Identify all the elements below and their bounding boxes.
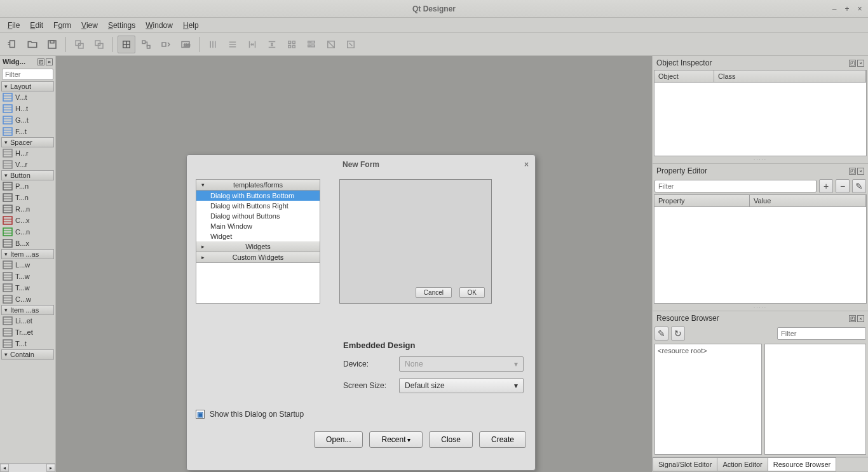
widget-group-header[interactable]: ▾Contain: [1, 349, 54, 360]
recent-button[interactable]: Recent: [369, 431, 423, 448]
undock-icon[interactable]: ◰: [849, 60, 856, 67]
undock-icon[interactable]: ◰: [37, 58, 44, 65]
widget-group-header[interactable]: ▾Item ...as: [1, 249, 54, 259]
template-item[interactable]: Dialog without Buttons: [196, 211, 320, 221]
template-item[interactable]: Dialog with Buttons Right: [196, 201, 320, 211]
menu-window[interactable]: Window: [146, 21, 173, 30]
adjust-size-icon[interactable]: [342, 36, 360, 53]
layout-form-icon[interactable]: [302, 36, 320, 53]
widget-item[interactable]: R...n: [0, 203, 55, 215]
property-editor-body[interactable]: [654, 207, 867, 304]
edit-signals-icon[interactable]: [137, 36, 155, 53]
layout-grid-icon[interactable]: [283, 36, 301, 53]
minimize-button[interactable]: –: [830, 4, 839, 13]
col-value[interactable]: Value: [750, 195, 866, 206]
widget-item[interactable]: T...t: [0, 338, 55, 349]
menu-view[interactable]: View: [81, 21, 98, 30]
widget-item[interactable]: C...w: [0, 293, 55, 305]
close-panel-icon[interactable]: ×: [857, 315, 864, 322]
resource-preview[interactable]: [764, 344, 867, 455]
edit-tab-order-icon[interactable]: 123: [177, 36, 194, 53]
undock-icon[interactable]: ◰: [849, 168, 856, 175]
menu-settings[interactable]: Settings: [108, 21, 135, 30]
widget-group-header[interactable]: ▾Layout: [1, 81, 54, 91]
property-filter-input[interactable]: [654, 180, 817, 192]
screen-size-combo[interactable]: Default size▾: [399, 378, 524, 393]
maximize-button[interactable]: +: [843, 4, 851, 13]
widgets-header[interactable]: ▸Widgets: [196, 241, 320, 252]
resize-grip[interactable]: ·····: [653, 304, 868, 311]
save-file-icon[interactable]: [43, 36, 61, 53]
tab-signal-slot[interactable]: Signal/Slot Editor: [653, 457, 717, 471]
widget-item[interactable]: P...n: [0, 180, 55, 192]
remove-property-icon[interactable]: −: [836, 179, 850, 193]
send-back-icon[interactable]: [71, 36, 88, 53]
widget-item[interactable]: T...w: [0, 282, 55, 293]
menu-file[interactable]: File: [8, 21, 20, 30]
show-on-startup-checkbox[interactable]: ▣: [196, 410, 205, 419]
widget-item[interactable]: H...t: [0, 103, 55, 114]
col-class[interactable]: Class: [714, 71, 866, 82]
widget-group-header[interactable]: ▾Spacer: [1, 137, 54, 147]
bring-front-icon[interactable]: [90, 36, 108, 53]
widget-item[interactable]: T...w: [0, 271, 55, 282]
widget-item[interactable]: B...x: [0, 238, 55, 249]
widget-group-header[interactable]: ▾Button: [1, 170, 54, 180]
object-inspector-body[interactable]: [654, 83, 867, 156]
undock-icon[interactable]: ◰: [849, 315, 856, 322]
template-list[interactable]: ▾templates/forms Dialog with Buttons Bot…: [196, 179, 320, 304]
open-file-icon[interactable]: [24, 36, 41, 53]
close-window-button[interactable]: ×: [855, 4, 864, 13]
widget-item[interactable]: V...t: [0, 91, 55, 103]
scroll-right-icon[interactable]: ▸: [46, 464, 55, 472]
resize-grip[interactable]: ·····: [653, 156, 868, 163]
template-item[interactable]: Widget: [196, 231, 320, 241]
widget-item[interactable]: T...n: [0, 192, 55, 203]
break-layout-icon[interactable]: [322, 36, 340, 53]
templates-forms-header[interactable]: ▾templates/forms: [196, 180, 320, 191]
scroll-left-icon[interactable]: ◂: [0, 464, 9, 472]
widget-filter-input[interactable]: [2, 69, 53, 80]
layout-horiz-splitter-icon[interactable]: [243, 36, 261, 53]
widget-item[interactable]: L...w: [0, 259, 55, 271]
menu-help[interactable]: Help: [183, 21, 199, 30]
configure-icon[interactable]: ✎: [852, 179, 866, 193]
close-panel-icon[interactable]: ×: [857, 60, 864, 67]
resource-tree[interactable]: <resource root>: [654, 344, 762, 455]
tab-action-editor[interactable]: Action Editor: [717, 457, 768, 471]
widget-tree[interactable]: ▾LayoutV...tH...tG...tF...t▾SpacerH...rV…: [0, 81, 55, 472]
widget-item[interactable]: Li...et: [0, 315, 55, 327]
new-file-icon[interactable]: [4, 36, 22, 53]
col-object[interactable]: Object: [654, 71, 714, 82]
widget-item[interactable]: C...x: [0, 215, 55, 226]
resource-filter-input[interactable]: [777, 327, 866, 340]
custom-widgets-header[interactable]: ▸Custom Widgets: [196, 252, 320, 263]
menu-form[interactable]: Form: [53, 21, 71, 30]
widget-item[interactable]: H...r: [0, 147, 55, 159]
add-property-icon[interactable]: +: [819, 179, 833, 193]
dialog-close-icon[interactable]: ×: [524, 160, 529, 169]
close-panel-icon[interactable]: ×: [46, 58, 53, 65]
menu-edit[interactable]: Edit: [30, 21, 43, 30]
edit-widgets-icon[interactable]: [118, 36, 135, 53]
close-button[interactable]: Close: [429, 431, 473, 448]
widget-item[interactable]: V...r: [0, 159, 55, 170]
widget-item[interactable]: Tr...et: [0, 327, 55, 338]
create-button[interactable]: Create: [479, 431, 526, 448]
template-item[interactable]: Main Window: [196, 221, 320, 231]
reload-icon[interactable]: ↻: [671, 327, 685, 341]
scrollbar-horizontal[interactable]: ◂ ▸: [0, 463, 55, 472]
widget-item[interactable]: C...n: [0, 226, 55, 238]
open-button[interactable]: Open...: [314, 431, 363, 448]
close-panel-icon[interactable]: ×: [857, 168, 864, 175]
layout-vertical-icon[interactable]: [224, 36, 241, 53]
widget-group-header[interactable]: ▾Item ...as: [1, 305, 54, 315]
tab-resource-browser[interactable]: Resource Browser: [768, 457, 836, 471]
col-property[interactable]: Property: [654, 195, 750, 206]
layout-horizontal-icon[interactable]: [204, 36, 222, 53]
edit-buddies-icon[interactable]: [157, 36, 175, 53]
layout-vert-splitter-icon[interactable]: [263, 36, 281, 53]
widget-item[interactable]: G...t: [0, 114, 55, 126]
template-item[interactable]: Dialog with Buttons Bottom: [196, 191, 320, 201]
edit-resources-icon[interactable]: ✎: [654, 327, 668, 341]
